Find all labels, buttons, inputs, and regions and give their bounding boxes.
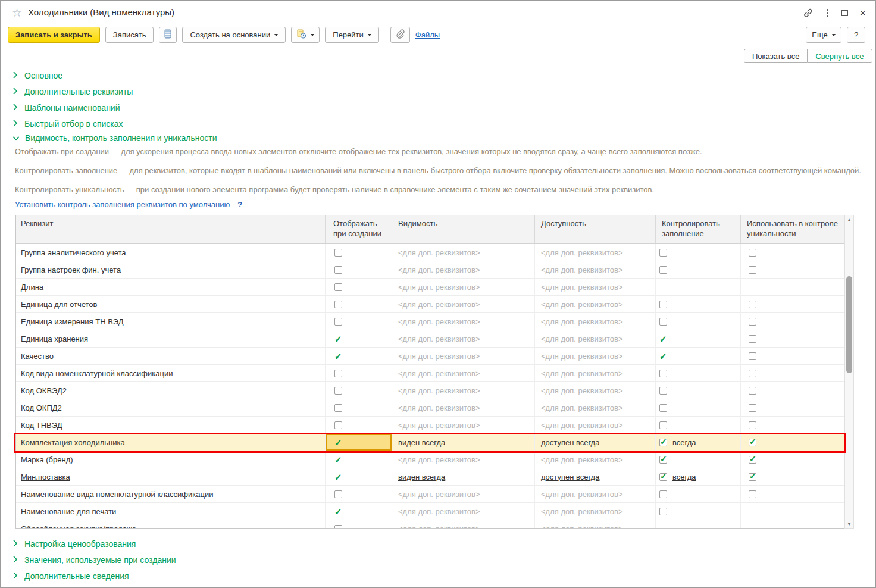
section-creation-values[interactable]: Значения, используемые при создании [12, 552, 176, 568]
display-on-create-cell[interactable]: ✓ [326, 330, 392, 347]
table-row[interactable]: Группа настроек фин. учета<для доп. рекв… [16, 261, 844, 279]
favorite-star-icon[interactable]: ☆ [12, 6, 22, 20]
control-fill-cell[interactable]: ✓ [656, 451, 741, 468]
availability-cell[interactable]: <для доп. реквизитов> [535, 503, 656, 520]
uniqueness-cell[interactable] [741, 365, 844, 381]
section-main[interactable]: Основное [12, 67, 133, 83]
checkbox[interactable] [749, 266, 756, 274]
visibility-cell[interactable]: <для доп. реквизитов> [392, 503, 535, 520]
always-link[interactable]: всегда [672, 473, 696, 481]
checkmark-icon[interactable]: ✓ [659, 352, 667, 361]
section-quick-filter[interactable]: Быстрый отбор в списках [12, 115, 133, 132]
attribute-name[interactable]: Комплектация холодильника [21, 438, 125, 447]
visibility-cell[interactable]: <для доп. реквизитов> [392, 279, 535, 295]
visibility-cell[interactable]: <для доп. реквизитов> [392, 520, 535, 529]
display-on-create-cell[interactable]: ✓ [326, 503, 392, 520]
checkbox[interactable] [749, 370, 756, 377]
files-link[interactable]: Файлы [415, 30, 440, 39]
checkbox[interactable] [334, 404, 342, 412]
visibility-cell[interactable]: <для доп. реквизитов> [392, 348, 535, 364]
checkbox[interactable]: ✓ [749, 439, 756, 446]
availability-cell[interactable]: <для доп. реквизитов> [535, 520, 656, 529]
scroll-down-icon[interactable]: ▼ [845, 521, 853, 527]
availability-cell[interactable]: <для доп. реквизитов> [535, 348, 656, 364]
attribute-name-cell[interactable]: Обособленная закупка/продажа [16, 520, 326, 529]
display-on-create-cell[interactable] [326, 399, 392, 416]
visibility-cell[interactable]: <для доп. реквизитов> [392, 313, 535, 330]
checkmark-icon[interactable]: ✓ [334, 507, 342, 516]
window-menu-icon[interactable] [825, 8, 830, 18]
checkbox[interactable]: ✓ [749, 473, 756, 481]
checkbox[interactable] [749, 352, 756, 360]
column-header[interactable]: Использовать в контроле уникальности [741, 215, 844, 243]
display-on-create-cell[interactable] [326, 520, 392, 529]
link-help-icon[interactable]: ? [237, 200, 242, 209]
checkmark-icon[interactable]: ✓ [334, 352, 342, 361]
uniqueness-cell[interactable]: ✓ [741, 468, 844, 485]
attachments-button[interactable] [390, 27, 410, 43]
scroll-up-icon[interactable]: ▲ [845, 217, 853, 223]
save-button[interactable]: Записать [105, 27, 154, 43]
display-on-create-cell[interactable] [326, 313, 392, 330]
section-pricing[interactable]: Настройка ценообразования [12, 536, 176, 552]
attribute-name-cell[interactable]: Длина [16, 279, 326, 295]
attribute-name-cell[interactable]: Мин.поставка [16, 468, 326, 485]
checkbox[interactable]: ✓ [749, 456, 756, 464]
table-row[interactable]: Комплектация холодильника✓виден всегдадо… [16, 434, 844, 451]
availability-cell[interactable]: <для доп. реквизитов> [535, 330, 656, 347]
attribute-name-cell[interactable]: Наименование вида номенклатурной классиф… [16, 486, 326, 502]
uniqueness-cell[interactable] [741, 382, 844, 399]
uniqueness-cell[interactable]: ✓ [741, 451, 844, 468]
display-on-create-cell[interactable]: ✓ [326, 468, 392, 485]
control-fill-cell[interactable] [656, 399, 741, 416]
visibility-cell[interactable]: <для доп. реквизитов> [392, 261, 535, 278]
uniqueness-cell[interactable] [741, 399, 844, 416]
maximize-icon[interactable] [841, 10, 848, 16]
control-fill-cell[interactable] [656, 382, 741, 399]
table-row[interactable]: Единица измерения ТН ВЭД<для доп. реквиз… [16, 313, 844, 330]
checkbox[interactable] [334, 283, 342, 291]
attribute-name-cell[interactable]: Код вида номенклатурной классификации [16, 365, 326, 381]
attribute-name-cell[interactable]: Единица для отчетов [16, 296, 326, 312]
section-naming-templates[interactable]: Шаблоны наименований [12, 99, 133, 115]
availability-cell[interactable]: <для доп. реквизитов> [535, 261, 656, 278]
attribute-name-cell[interactable]: Единица хранения [16, 330, 326, 347]
attribute-name-cell[interactable]: Группа настроек фин. учета [16, 261, 326, 278]
checkbox[interactable] [749, 404, 756, 412]
checkbox[interactable] [334, 266, 342, 274]
checkmark-icon[interactable]: ✓ [659, 334, 667, 343]
checkmark-icon[interactable]: ✓ [334, 455, 342, 464]
set-default-control-link[interactable]: Установить контроль заполнения реквизито… [15, 200, 230, 209]
attribute-name-cell[interactable]: Код ОКПД2 [16, 399, 326, 416]
visibility-cell[interactable]: виден всегда [392, 468, 535, 485]
table-row[interactable]: Марка (бренд)✓<для доп. реквизитов><для … [16, 451, 844, 468]
table-row[interactable]: Код ТНВЭД<для доп. реквизитов><для доп. … [16, 417, 844, 434]
section-additional-info[interactable]: Дополнительные сведения [12, 568, 176, 584]
availability-cell[interactable]: <для доп. реквизитов> [535, 417, 656, 433]
table-row[interactable]: Длина<для доп. реквизитов><для доп. рекв… [16, 279, 844, 296]
checkbox[interactable] [334, 421, 342, 429]
table-row[interactable]: Группа аналитического учета<для доп. рек… [16, 244, 844, 261]
checkbox[interactable] [659, 490, 667, 498]
display-on-create-cell[interactable] [326, 486, 392, 502]
checkbox[interactable] [659, 508, 667, 515]
uniqueness-cell[interactable] [741, 348, 844, 364]
control-fill-cell[interactable] [656, 313, 741, 330]
close-icon[interactable]: × [859, 9, 866, 17]
visibility-cell[interactable]: <для доп. реквизитов> [392, 330, 535, 347]
control-fill-cell[interactable]: ✓всегда [656, 468, 741, 485]
uniqueness-cell[interactable] [741, 417, 844, 433]
structure-list-button[interactable] [159, 27, 177, 43]
create-variants-button[interactable] [291, 27, 320, 43]
display-on-create-cell[interactable]: ✓ [326, 348, 392, 364]
table-row[interactable]: Единица хранения✓<для доп. реквизитов><д… [16, 330, 844, 348]
create-based-on-button[interactable]: Создать на основании [182, 27, 286, 43]
table-row[interactable]: Единица для отчетов<для доп. реквизитов>… [16, 296, 844, 313]
checkbox[interactable] [334, 249, 342, 257]
checkbox[interactable] [659, 266, 667, 274]
control-fill-cell[interactable]: ✓всегда [656, 434, 741, 451]
visibility-cell[interactable]: <для доп. реквизитов> [392, 382, 535, 399]
display-on-create-cell[interactable] [326, 279, 392, 295]
checkbox[interactable] [659, 249, 667, 257]
availability-cell[interactable]: <для доп. реквизитов> [535, 382, 656, 399]
